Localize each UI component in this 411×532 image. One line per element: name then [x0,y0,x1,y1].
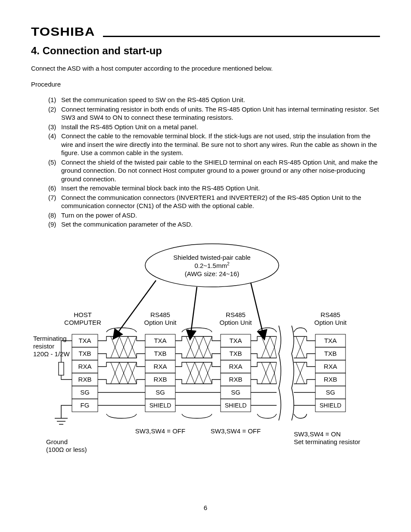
svg-text:RXB: RXB [229,376,243,383]
svg-text:TXB: TXB [229,350,242,357]
svg-text:TXA: TXA [154,337,166,344]
ground-l1: Ground [46,438,68,445]
svg-rect-48 [59,362,64,375]
step-4: (4)Connect the cable to the removable te… [48,132,380,157]
unit1-block: TXA TXB RXA RXB SG SHIELD [145,334,175,412]
wiring-host-unit1 [98,328,145,418]
term-resistor-l3: 120Ω - 1/2W [33,350,70,358]
host-block: TXA TXB RXA RXB SG FG [72,334,98,412]
svg-text:RXA: RXA [324,363,337,370]
unit3-block: TXA TXB RXA RXB SG SHIELD [315,334,346,412]
svg-text:SHIELD: SHIELD [149,402,171,409]
step-9: (9)Set the communication parameter of th… [48,220,380,229]
arrow-2 [190,287,197,336]
wiring-unit1-unit2 [175,328,221,418]
svg-text:SG: SG [156,389,165,396]
procedure-label: Procedure [31,81,380,88]
sw-on-l1: SW3,SW4 = ON [294,430,341,438]
intro-text: Connect the ASD with a host computer acc… [31,65,380,72]
svg-text:RXA: RXA [154,363,167,370]
page-number: 6 [0,504,411,511]
unit2-label-2: Option Unit [219,319,252,326]
svg-text:RXA: RXA [229,363,243,370]
svg-text:SHIELD: SHIELD [320,402,342,409]
svg-text:TXA: TXA [78,337,91,344]
term-resistor-l2: resistor [33,342,54,350]
page-header: TOSHIBA [31,25,380,39]
svg-text:FG: FG [81,401,90,409]
svg-text:TXA: TXA [229,337,242,344]
ground-l2: (100Ω or less) [46,446,87,453]
unit3-label-2: Option Unit [314,319,347,326]
unit2-label-1: RS485 [226,311,246,318]
unit2-block: TXA TXB RXA RXB SG SHIELD [221,334,251,412]
brand-logo: TOSHIBA [31,25,97,39]
wiring-unit2-unit3 [251,326,315,420]
callout-line2: 0.2~1.5mm2 [194,261,229,269]
step-2: (2)Connect terminating resistor in both … [48,105,380,122]
step-3: (3)Install the RS-485 Option Unit on a m… [48,123,380,131]
svg-text:TXB: TXB [154,350,166,357]
svg-text:SG: SG [80,389,90,396]
step-1: (1)Set the communication speed to SW on … [48,96,380,104]
sw-off-1: SW3,SW4 = OFF [135,427,185,435]
svg-text:RXB: RXB [154,376,167,383]
unit1-label-2: Option Unit [144,319,177,326]
svg-text:TXB: TXB [78,350,91,357]
unit1-label-1: RS485 [150,311,170,318]
ground-symbol [55,405,72,424]
svg-text:RXB: RXB [78,376,92,383]
unit3-label-1: RS485 [321,311,340,318]
svg-text:SG: SG [231,389,240,396]
wiring-diagram: Shielded twisted-pair cable 0.2~1.5mm2 (… [31,242,380,466]
svg-text:TXA: TXA [324,337,336,344]
callout-line3: (AWG size: 24~16) [185,270,240,277]
svg-text:RXA: RXA [78,363,92,370]
procedure-steps: (1)Set the communication speed to SW on … [48,96,380,229]
svg-text:TXB: TXB [324,350,336,357]
sw-on-l2: Set terminating resistor [294,438,360,445]
resistor-symbol [59,341,72,380]
svg-text:SHIELD: SHIELD [225,402,247,409]
step-8: (8)Turn on the power of ASD. [48,211,380,220]
section-title: 4. Connection and start-up [31,45,380,57]
svg-text:SG: SG [326,389,335,396]
step-6: (6)Insert the removable terminal block b… [48,184,380,193]
svg-text:RXB: RXB [324,376,337,383]
host-label-1: HOST [74,311,92,318]
step-7: (7)Connect the communication connectors … [48,193,380,210]
sw-off-2: SW3,SW4 = OFF [211,427,261,435]
host-label-2: COMPUTER [64,319,101,326]
header-rule [103,36,380,37]
step-5: (5)Connect the shield of the twisted pai… [48,158,380,184]
callout-line1: Shielded twisted-pair cable [173,254,250,261]
